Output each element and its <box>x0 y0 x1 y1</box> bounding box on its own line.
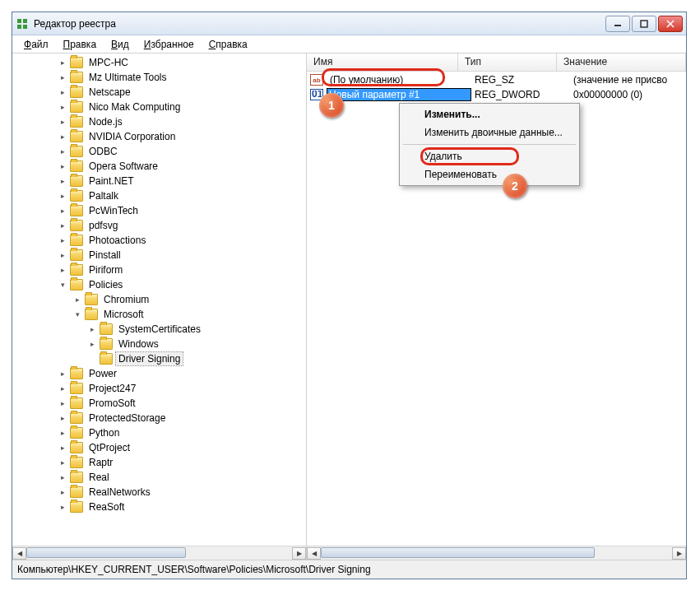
tree-item[interactable]: ▸Project247 <box>12 381 306 396</box>
tree-item-label[interactable]: Pinstall <box>86 249 123 262</box>
chevron-right-icon[interactable]: ▸ <box>57 383 68 394</box>
tree-item[interactable]: ▸Power <box>12 366 306 381</box>
scroll-thumb[interactable] <box>321 547 595 558</box>
context-menu-edit[interactable]: Изменить... <box>401 105 577 123</box>
tree-item[interactable]: ▸Mz Ultimate Tools <box>12 70 306 85</box>
chevron-right-icon[interactable]: ▸ <box>57 264 68 276</box>
chevron-right-icon[interactable]: ▸ <box>57 457 68 468</box>
tree-item-label[interactable]: ProtectedStorage <box>86 411 168 425</box>
tree-item[interactable]: ▸ReaSoft <box>12 500 306 514</box>
minimize-button[interactable] <box>605 16 630 32</box>
tree-item[interactable]: ▸QtProject <box>12 440 306 455</box>
values-hscrollbar[interactable]: ◀ ▶ <box>307 546 686 560</box>
tree-item[interactable]: ▸Windows <box>12 337 306 351</box>
chevron-right-icon[interactable]: ▸ <box>57 368 68 379</box>
chevron-right-icon[interactable]: ▸ <box>72 294 83 305</box>
tree-item-label[interactable]: Nico Mak Computing <box>86 100 183 114</box>
chevron-right-icon[interactable]: ▸ <box>57 57 68 68</box>
tree-hscrollbar[interactable]: ◀ ▶ <box>12 546 306 560</box>
scroll-left-icon[interactable]: ◀ <box>307 547 321 560</box>
tree-item-label[interactable]: Chromium <box>101 293 151 306</box>
tree-item[interactable]: ▸Nico Mak Computing <box>12 100 306 114</box>
chevron-right-icon[interactable]: ▸ <box>57 146 68 157</box>
chevron-right-icon[interactable]: ▸ <box>57 486 68 498</box>
scroll-left-icon[interactable]: ◀ <box>12 547 26 560</box>
value-row[interactable]: 011 Новый параметр #1 REG_DWORD 0x000000… <box>307 87 686 102</box>
chevron-right-icon[interactable]: ▸ <box>57 190 68 202</box>
menu-file[interactable]: Файл <box>17 37 55 52</box>
tree-item-label[interactable]: Netscape <box>86 86 133 99</box>
chevron-right-icon[interactable]: ▸ <box>57 235 68 246</box>
scroll-track[interactable] <box>26 547 292 560</box>
tree-item[interactable]: ▸Netscape <box>12 85 306 100</box>
tree-item-label[interactable]: NVIDIA Corporation <box>86 130 178 143</box>
menu-favorites[interactable]: Избранное <box>137 37 201 52</box>
tree-item-label[interactable]: PromoSoft <box>86 397 138 410</box>
tree-item-label[interactable]: ODBC <box>86 145 120 158</box>
column-name[interactable]: Имя <box>307 53 458 71</box>
tree-item[interactable]: ▸ProtectedStorage <box>12 411 306 425</box>
tree-item-label[interactable]: Python <box>86 426 122 439</box>
tree-item-label[interactable]: QtProject <box>86 441 132 454</box>
tree-item[interactable]: ▸Photoactions <box>12 233 306 248</box>
tree-item-label[interactable]: SystemCertificates <box>116 323 203 336</box>
tree-item[interactable]: ▸Pinstall <box>12 248 306 263</box>
tree-pane[interactable]: ▸MPC-HC▸Mz Ultimate Tools▸Netscape▸Nico … <box>12 53 307 560</box>
tree-item[interactable]: ▸SystemCertificates <box>12 322 306 337</box>
chevron-right-icon[interactable]: ▸ <box>57 397 68 409</box>
tree-item-label[interactable]: Windows <box>116 337 161 351</box>
menu-view[interactable]: Вид <box>104 37 136 52</box>
tree-item[interactable]: ▸Chromium <box>12 292 306 307</box>
chevron-right-icon[interactable]: ▸ <box>57 116 68 128</box>
tree-item[interactable]: ▸PromoSoft <box>12 396 306 411</box>
chevron-right-icon[interactable]: ▸ <box>57 131 68 142</box>
registry-tree[interactable]: ▸MPC-HC▸Mz Ultimate Tools▸Netscape▸Nico … <box>12 53 306 546</box>
value-name[interactable]: (По умолчанию) <box>327 74 471 86</box>
chevron-right-icon[interactable]: ▸ <box>57 501 68 513</box>
tree-item[interactable]: ▸Piriform <box>12 263 306 277</box>
tree-item[interactable]: ▸NVIDIA Corporation <box>12 129 306 144</box>
tree-item-label[interactable]: Project247 <box>86 382 138 395</box>
menu-help[interactable]: Справка <box>202 37 254 52</box>
tree-item-label[interactable]: ReaSoft <box>86 500 127 514</box>
tree-item-label[interactable]: Photoactions <box>86 234 148 247</box>
tree-item[interactable]: ▸MPC-HC <box>12 55 306 70</box>
chevron-right-icon[interactable]: ▸ <box>57 101 68 113</box>
maximize-button[interactable] <box>632 16 656 32</box>
chevron-right-icon[interactable]: ▸ <box>57 427 68 439</box>
tree-item[interactable]: Driver Signing <box>12 351 306 366</box>
tree-item-label[interactable]: Driver Signing <box>116 352 183 365</box>
tree-item[interactable]: ▸Node.js <box>12 114 306 129</box>
context-menu-rename[interactable]: Переименовать <box>401 165 577 184</box>
menu-edit[interactable]: Правка <box>57 37 104 52</box>
tree-item[interactable]: ▾Microsoft <box>12 307 306 322</box>
tree-item-label[interactable]: Real <box>86 471 112 484</box>
tree-item-label[interactable]: Piriform <box>86 263 125 277</box>
tree-item[interactable]: ▸Real <box>12 470 306 485</box>
tree-item[interactable]: ▸PcWinTech <box>12 203 306 218</box>
titlebar[interactable]: Редактор реестра <box>12 12 686 35</box>
tree-item-label[interactable]: Power <box>86 367 119 380</box>
scroll-right-icon[interactable]: ▶ <box>672 547 686 560</box>
tree-item-label[interactable]: Microsoft <box>101 308 146 321</box>
chevron-right-icon[interactable]: ▸ <box>57 86 68 98</box>
tree-item-label[interactable]: Policies <box>86 278 125 291</box>
values-pane[interactable]: Имя Тип Значение ab (По умолчанию) REG_S… <box>307 53 686 560</box>
tree-item-label[interactable]: PcWinTech <box>86 204 141 217</box>
chevron-right-icon[interactable]: ▸ <box>57 72 68 83</box>
tree-item-label[interactable]: Paint.NET <box>86 174 137 188</box>
scroll-track[interactable] <box>321 547 672 560</box>
tree-item-label[interactable]: pdfsvg <box>86 219 120 232</box>
tree-item-label[interactable]: RealNetworks <box>86 486 153 499</box>
chevron-right-icon[interactable]: ▸ <box>57 205 68 216</box>
tree-item[interactable]: ▸Opera Software <box>12 159 306 174</box>
tree-item[interactable]: ▸Python <box>12 425 306 440</box>
chevron-right-icon[interactable]: ▸ <box>86 338 98 350</box>
tree-item[interactable]: ▸pdfsvg <box>12 218 306 233</box>
tree-item[interactable]: ▸ODBC <box>12 144 306 159</box>
tree-item-label[interactable]: Mz Ultimate Tools <box>86 71 169 84</box>
context-menu-delete[interactable]: Удалить <box>401 147 577 165</box>
tree-item[interactable]: ▸Raptr <box>12 455 306 470</box>
scroll-right-icon[interactable]: ▶ <box>292 547 306 560</box>
tree-item[interactable]: ▸Paint.NET <box>12 174 306 188</box>
